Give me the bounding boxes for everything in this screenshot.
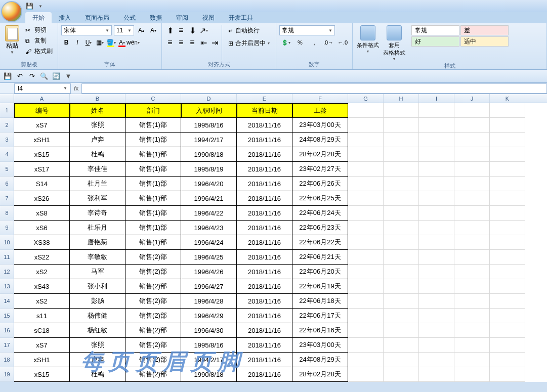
col-header-G[interactable]: G	[348, 94, 384, 103]
cell-B19[interactable]: 杜鸣	[70, 367, 125, 382]
cell-B9[interactable]: 杜乐月	[70, 221, 125, 235]
decrease-font-button[interactable]: A▾	[148, 25, 158, 35]
row-header-5[interactable]: 5	[0, 162, 14, 177]
cell-I3[interactable]	[419, 133, 454, 147]
cell-J7[interactable]	[454, 191, 490, 206]
cell-I5[interactable]	[419, 162, 454, 177]
cell-F9[interactable]: 22年06月23天	[292, 221, 348, 235]
cell-K19[interactable]	[490, 367, 525, 382]
font-color-button[interactable]: A▾	[117, 37, 127, 48]
save-icon[interactable]: 💾	[25, 2, 33, 10]
cell-I15[interactable]	[419, 309, 454, 323]
cell-B7[interactable]: 张利军	[70, 191, 125, 206]
tab-数据[interactable]: 数据	[143, 12, 169, 23]
cell-A6[interactable]: S14	[14, 177, 70, 191]
cell-K18[interactable]	[490, 353, 525, 367]
cell-H12[interactable]	[384, 265, 419, 279]
col-header-K[interactable]: K	[490, 94, 525, 103]
cell-D6[interactable]: 1996/4/20	[181, 177, 237, 191]
cell-K16[interactable]	[490, 323, 525, 338]
cell-B13[interactable]: 张小利	[70, 279, 125, 294]
increase-decimal-button[interactable]: .0→	[322, 37, 335, 48]
cell-I8[interactable]	[419, 206, 454, 221]
cell-C18[interactable]: 销售(2)部	[125, 353, 181, 367]
cell-A13[interactable]: xS43	[14, 279, 70, 294]
cell-C14[interactable]: 销售(2)部	[125, 294, 181, 309]
cell-E3[interactable]: 2018/11/16	[237, 133, 292, 147]
row-header-12[interactable]: 12	[0, 265, 14, 279]
cell-G11[interactable]	[348, 250, 384, 265]
row-header-4[interactable]: 4	[0, 147, 14, 162]
cell-G18[interactable]	[348, 353, 384, 367]
number-format-combo[interactable]: 常规▼	[279, 25, 335, 35]
row-header-11[interactable]: 11	[0, 250, 14, 265]
cell-E9[interactable]: 2018/11/16	[237, 221, 292, 235]
align-bottom-button[interactable]: ⬇	[187, 25, 197, 35]
cell-A1[interactable]: 编号	[14, 103, 70, 118]
cell-B18[interactable]: 卢奔	[70, 353, 125, 367]
cell-E12[interactable]: 2018/11/16	[237, 265, 292, 279]
align-center-button[interactable]: ≡	[176, 37, 186, 48]
col-header-B[interactable]: B	[70, 94, 125, 103]
cell-A11[interactable]: xS22	[14, 250, 70, 265]
cell-G6[interactable]	[348, 177, 384, 191]
cell-D3[interactable]: 1994/2/17	[181, 133, 237, 147]
cell-J8[interactable]	[454, 206, 490, 221]
cell-I16[interactable]	[419, 323, 454, 338]
cell-A3[interactable]: xSH1	[14, 133, 70, 147]
cell-I1[interactable]	[419, 103, 454, 118]
cell-H18[interactable]	[384, 353, 419, 367]
cell-H14[interactable]	[384, 294, 419, 309]
underline-button[interactable]: U▾	[83, 37, 94, 48]
tab-插入[interactable]: 插入	[52, 12, 78, 23]
formula-bar-input[interactable]	[81, 83, 547, 94]
cell-H4[interactable]	[384, 147, 419, 162]
cell-E10[interactable]: 2018/11/16	[237, 235, 292, 250]
cell-B12[interactable]: 马军	[70, 265, 125, 279]
cell-K3[interactable]	[490, 133, 525, 147]
cell-A15[interactable]: s11	[14, 309, 70, 323]
decrease-indent-button[interactable]: ⇤	[198, 37, 208, 48]
cell-H16[interactable]	[384, 323, 419, 338]
align-left-button[interactable]: ≡	[165, 37, 175, 48]
cell-D8[interactable]: 1996/4/22	[181, 206, 237, 221]
align-right-button[interactable]: ≡	[187, 37, 197, 48]
cell-H10[interactable]	[384, 235, 419, 250]
row-header-2[interactable]: 2	[0, 118, 14, 133]
cell-D15[interactable]: 1996/4/29	[181, 309, 237, 323]
cell-D11[interactable]: 1996/4/25	[181, 250, 237, 265]
increase-indent-button[interactable]: ⇥	[209, 37, 220, 48]
cell-C7[interactable]: 销售(1)部	[125, 191, 181, 206]
cell-G1[interactable]	[348, 103, 384, 118]
cell-J4[interactable]	[454, 147, 490, 162]
comma-button[interactable]: ,	[308, 37, 321, 48]
select-all-corner[interactable]	[0, 94, 14, 103]
format-painter-button[interactable]: 🖌格式刷	[23, 47, 55, 56]
align-middle-button[interactable]: ≡	[176, 25, 186, 35]
cell-F10[interactable]: 22年06月22天	[292, 235, 348, 250]
cell-C10[interactable]: 销售(1)部	[125, 235, 181, 250]
cell-F18[interactable]: 24年08月29天	[292, 353, 348, 367]
tab-开发工具[interactable]: 开发工具	[222, 12, 260, 23]
qat-dropdown-icon[interactable]: ▼	[36, 2, 45, 10]
cell-B1[interactable]: 姓名	[70, 103, 125, 118]
copy-button[interactable]: ⧉复制	[23, 36, 55, 46]
cell-B8[interactable]: 李诗奇	[70, 206, 125, 221]
col-header-F[interactable]: F	[292, 94, 348, 103]
cell-D9[interactable]: 1996/4/23	[181, 221, 237, 235]
cell-A8[interactable]: xS8	[14, 206, 70, 221]
cell-D16[interactable]: 1996/4/30	[181, 323, 237, 338]
cell-E8[interactable]: 2018/11/16	[237, 206, 292, 221]
save-icon[interactable]: 💾	[3, 72, 12, 81]
cell-J9[interactable]	[454, 221, 490, 235]
conditional-format-button[interactable]: 条件格式 ▾	[356, 25, 380, 61]
cell-A16[interactable]: sC18	[14, 323, 70, 338]
cell-K10[interactable]	[490, 235, 525, 250]
cell-K5[interactable]	[490, 162, 525, 177]
cell-style-good[interactable]: 好	[411, 36, 459, 47]
row-header-1[interactable]: 1	[0, 103, 14, 118]
cell-K11[interactable]	[490, 250, 525, 265]
cell-K17[interactable]	[490, 338, 525, 353]
col-header-C[interactable]: C	[125, 94, 181, 103]
row-header-8[interactable]: 8	[0, 206, 14, 221]
